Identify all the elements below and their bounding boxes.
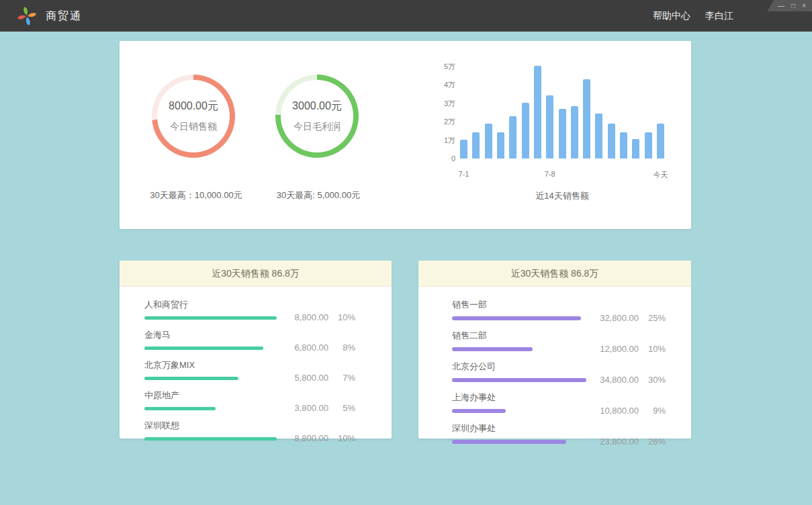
chart-bars bbox=[460, 57, 664, 158]
chart-bar bbox=[632, 139, 639, 158]
titlebar: 商贸通 帮助中心 李白江 — □ × bbox=[0, 0, 812, 32]
ranking-bar-fill bbox=[144, 407, 216, 410]
chart-bar bbox=[571, 106, 578, 158]
chart-bar bbox=[620, 132, 627, 158]
ranking-row-values: 8,800.00 10% bbox=[281, 312, 355, 322]
maximize-button[interactable]: □ bbox=[791, 0, 795, 11]
ranking-row-amount: 8,800.00 bbox=[281, 312, 328, 322]
today-profit-value: 3000.00元 bbox=[292, 99, 342, 113]
ranking-bar-track bbox=[144, 437, 277, 441]
ranking-row-amount: 32,800.00 bbox=[592, 313, 639, 323]
minimize-button[interactable]: — bbox=[778, 0, 784, 11]
titlebar-menu: 帮助中心 李白江 bbox=[653, 0, 733, 32]
ranking-row-amount: 5,800.00 bbox=[281, 373, 328, 383]
today-profit-gauge: 3000.00元 今日毛利润 bbox=[275, 75, 359, 158]
ranking-row: 中原地产 3,800.00 5% bbox=[144, 389, 355, 410]
today-overview-card: 8000.00元 今日销售额 30天最高：10,000.00元 3000.00元… bbox=[120, 41, 691, 229]
ranking-row-left: 人和商贸行 bbox=[144, 299, 281, 320]
ranking-bar-fill bbox=[144, 316, 277, 320]
ranking-row-left: 销售一部 bbox=[452, 299, 592, 320]
customer-ranking-list: 人和商贸行 8,800.00 10% 金海马 6,800.00 8% 北京万象M… bbox=[120, 287, 392, 441]
y-axis-tick: 2万 bbox=[444, 117, 455, 126]
ranking-row-name: 金海马 bbox=[144, 329, 281, 341]
chart-bar bbox=[559, 109, 566, 158]
ranking-bar-fill bbox=[452, 440, 566, 444]
ranking-row-amount: 23,800.00 bbox=[592, 437, 639, 447]
y-axis-tick: 0 bbox=[451, 154, 455, 163]
chart-bar bbox=[509, 116, 516, 158]
ranking-row-name: 北京分公司 bbox=[452, 361, 592, 373]
department-ranking-header: 近30天销售额 86.8万 bbox=[418, 261, 691, 287]
y-axis-tick: 1万 bbox=[444, 136, 455, 145]
ranking-row-name: 销售一部 bbox=[452, 299, 592, 311]
ranking-row-name: 销售二部 bbox=[452, 330, 592, 342]
ranking-row-percent: 5% bbox=[335, 403, 355, 413]
ranking-row-left: 上海办事处 bbox=[452, 392, 592, 413]
ranking-bar-track bbox=[452, 409, 586, 413]
ranking-row-values: 32,800.00 25% bbox=[592, 313, 666, 323]
ranking-row-values: 23,800.00 26% bbox=[592, 437, 666, 447]
y-axis-tick: 3万 bbox=[444, 99, 455, 108]
today-sales-label: 今日销售额 bbox=[170, 121, 217, 133]
ranking-row: 北京万象MIX 5,800.00 7% bbox=[144, 359, 355, 380]
chart-bar bbox=[485, 124, 492, 158]
ranking-row-values: 6,800.00 8% bbox=[281, 342, 355, 353]
ranking-row-left: 中原地产 bbox=[144, 389, 281, 410]
ranking-bar-fill bbox=[144, 347, 263, 350]
chart-bar bbox=[522, 103, 529, 158]
today-sales-gauge-center: 8000.00元 今日销售额 bbox=[157, 80, 230, 152]
ranking-row-percent: 10% bbox=[335, 312, 355, 322]
ranking-row-values: 12,800.00 10% bbox=[592, 344, 666, 354]
window-controls: — □ × bbox=[767, 0, 812, 11]
x-axis-tick: 7-1 bbox=[459, 170, 469, 178]
ranking-row-left: 北京分公司 bbox=[452, 361, 592, 382]
ranking-row-values: 8,800.00 10% bbox=[281, 433, 355, 443]
y-axis: 5万4万3万2万1万0 bbox=[415, 57, 455, 158]
ranking-row-percent: 10% bbox=[335, 433, 355, 443]
close-button[interactable]: × bbox=[802, 0, 806, 11]
ranking-row-amount: 10,800.00 bbox=[592, 406, 639, 416]
ranking-bar-track bbox=[144, 407, 277, 410]
ranking-bar-track bbox=[452, 316, 586, 320]
ranking-bar-fill bbox=[144, 377, 238, 380]
chart-bar bbox=[657, 124, 664, 158]
ranking-bar-track bbox=[144, 316, 277, 320]
help-center-link[interactable]: 帮助中心 bbox=[653, 10, 690, 22]
ranking-row-name: 深圳办事处 bbox=[452, 422, 592, 434]
ranking-row-name: 中原地产 bbox=[144, 389, 281, 402]
chart-bar bbox=[460, 140, 467, 158]
ranking-row-left: 销售二部 bbox=[452, 330, 592, 351]
ranking-row-amount: 34,800.00 bbox=[592, 375, 639, 385]
today-profit-gauge-center: 3000.00元 今日毛利润 bbox=[281, 80, 353, 152]
ranking-bar-fill bbox=[452, 316, 581, 320]
ranking-row-percent: 8% bbox=[335, 342, 355, 353]
profit-30day-max: 30天最高: 5,000.00元 bbox=[244, 189, 392, 201]
ranking-row: 人和商贸行 8,800.00 10% bbox=[144, 299, 355, 320]
ranking-row-left: 深圳联想 bbox=[144, 420, 281, 441]
ranking-bar-track bbox=[452, 378, 586, 382]
chart-bar bbox=[595, 113, 602, 158]
ranking-row-values: 5,800.00 7% bbox=[281, 373, 355, 383]
today-sales-value: 8000.00元 bbox=[169, 99, 218, 113]
ranking-row-values: 10,800.00 9% bbox=[592, 406, 666, 416]
ranking-bar-fill bbox=[144, 437, 277, 441]
chart-bar bbox=[546, 95, 553, 158]
today-profit-label: 今日毛利润 bbox=[294, 121, 341, 133]
ranking-row-name: 上海办事处 bbox=[452, 392, 592, 404]
ranking-row: 销售一部 32,800.00 25% bbox=[452, 299, 666, 320]
ranking-row-percent: 7% bbox=[335, 373, 355, 383]
chart-bar bbox=[608, 124, 615, 158]
ranking-row-left: 北京万象MIX bbox=[144, 359, 281, 380]
ranking-row-amount: 6,800.00 bbox=[281, 342, 328, 353]
username-menu[interactable]: 李白江 bbox=[705, 10, 733, 22]
ranking-row-values: 34,800.00 30% bbox=[592, 375, 666, 385]
department-ranking-card: 近30天销售额 86.8万 销售一部 32,800.00 25% 销售二部 12… bbox=[418, 261, 691, 439]
ranking-row-left: 深圳办事处 bbox=[452, 422, 592, 444]
department-ranking-list: 销售一部 32,800.00 25% 销售二部 12,800.00 10% 北京… bbox=[418, 287, 691, 444]
chart-bar bbox=[497, 132, 504, 158]
chart-bar bbox=[583, 79, 590, 158]
ranking-row-amount: 3,800.00 bbox=[281, 403, 328, 413]
x-axis-tick: 7-8 bbox=[545, 170, 555, 178]
ranking-row: 金海马 6,800.00 8% bbox=[144, 329, 355, 350]
ranking-row-amount: 8,800.00 bbox=[281, 433, 328, 443]
